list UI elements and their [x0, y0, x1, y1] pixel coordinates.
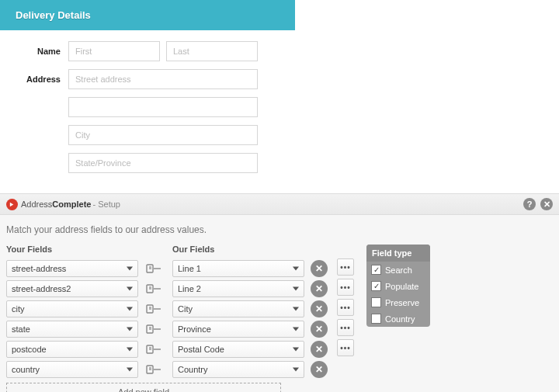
- chevron-down-icon: [293, 368, 299, 372]
- brand-text: AddressComplete: [21, 199, 91, 209]
- fieldtype-option-label: Country: [385, 314, 415, 324]
- row-more-button[interactable]: •••: [337, 319, 354, 336]
- fieldtype-option-label: Search: [385, 265, 412, 275]
- row-more-button[interactable]: •••: [337, 279, 354, 296]
- our-field-select[interactable]: Country: [172, 361, 304, 378]
- your-field-value: state: [12, 324, 30, 334]
- our-field-value: Line 1: [178, 264, 201, 273]
- our-fields-header: Our Fields: [172, 245, 304, 255]
- delete-row-button[interactable]: ✕: [311, 300, 328, 317]
- fieldtype-option-label: Preserve: [385, 298, 419, 307]
- chevron-down-icon: [293, 287, 299, 291]
- brand-icon: [6, 199, 18, 210]
- row-more-button[interactable]: •••: [337, 299, 354, 316]
- your-field-value: country: [12, 365, 40, 374]
- street-address2-input[interactable]: [68, 97, 258, 117]
- row-more-button[interactable]: •••: [337, 258, 354, 276]
- your-field-select[interactable]: city: [6, 300, 138, 317]
- checkbox-icon: [371, 297, 381, 307]
- your-field-select[interactable]: state: [6, 321, 138, 338]
- close-icon[interactable]: ✕: [540, 198, 553, 210]
- our-field-value: Country: [178, 365, 208, 374]
- fieldtype-option[interactable]: Country: [366, 310, 430, 327]
- last-name-input[interactable]: [166, 41, 258, 61]
- chevron-down-icon: [293, 307, 299, 311]
- delete-row-button[interactable]: ✕: [311, 280, 328, 297]
- chevron-down-icon: [127, 287, 133, 291]
- our-field-select[interactable]: Postal Code: [172, 341, 304, 358]
- mapping-direction-icon: [144, 361, 166, 378]
- state-input[interactable]: [68, 153, 258, 173]
- our-field-value: Province: [178, 324, 211, 334]
- street-address-input[interactable]: [68, 69, 258, 89]
- your-field-select[interactable]: postcode: [6, 341, 138, 358]
- mapping-direction-icon: [144, 341, 166, 358]
- chevron-down-icon: [127, 348, 133, 352]
- our-field-select[interactable]: Line 2: [172, 280, 304, 297]
- chevron-down-icon: [127, 307, 133, 311]
- address-label: Address: [16, 75, 68, 84]
- our-field-select[interactable]: Line 1: [172, 260, 304, 277]
- delete-row-button[interactable]: ✕: [311, 341, 328, 358]
- city-input[interactable]: [68, 125, 258, 145]
- fieldtype-option[interactable]: Preserve: [366, 294, 430, 310]
- our-field-value: Postal Code: [178, 345, 224, 354]
- delete-row-button[interactable]: ✕: [311, 260, 328, 277]
- checkbox-icon: [371, 314, 381, 324]
- mapping-direction-icon: [144, 260, 166, 277]
- chevron-down-icon: [293, 267, 299, 271]
- mapping-direction-icon: [144, 300, 166, 317]
- form-title: Delivery Details: [0, 0, 295, 30]
- delete-row-button[interactable]: ✕: [311, 361, 328, 378]
- chevron-down-icon: [293, 328, 299, 331]
- chevron-down-icon: [127, 267, 133, 271]
- chevron-down-icon: [293, 348, 299, 352]
- fieldtype-option-label: Populate: [385, 282, 418, 291]
- fieldtype-title: Field type: [366, 245, 430, 262]
- setup-toolbar: AddressComplete - Setup ? ✕: [0, 193, 559, 215]
- our-field-value: Line 2: [178, 284, 201, 293]
- your-field-select[interactable]: country: [6, 361, 138, 378]
- fieldtype-option[interactable]: ✓Populate: [366, 278, 430, 294]
- your-field-value: postcode: [12, 345, 47, 354]
- mapping-direction-icon: [144, 321, 166, 338]
- checkbox-icon: ✓: [371, 281, 381, 291]
- first-name-input[interactable]: [68, 41, 160, 61]
- your-field-value: city: [12, 304, 25, 314]
- our-field-value: City: [178, 304, 193, 314]
- delete-row-button[interactable]: ✕: [311, 321, 328, 338]
- row-more-button[interactable]: •••: [337, 339, 354, 356]
- your-field-select[interactable]: street-address2: [6, 280, 138, 297]
- chevron-down-icon: [127, 328, 133, 331]
- add-new-field-button[interactable]: Add new field: [6, 383, 281, 392]
- checkbox-icon: ✓: [371, 265, 381, 275]
- mapping-direction-icon: [144, 280, 166, 297]
- fieldtype-panel: Field type ✓Search✓PopulatePreserveCount…: [366, 245, 430, 327]
- fieldtype-option[interactable]: ✓Search: [366, 262, 430, 278]
- your-field-value: street-address2: [12, 284, 71, 293]
- chevron-down-icon: [127, 368, 133, 372]
- setup-intro: Match your address fields to our address…: [6, 224, 553, 235]
- name-label: Name: [16, 47, 68, 56]
- setup-suffix: - Setup: [92, 199, 120, 209]
- help-icon[interactable]: ?: [523, 198, 536, 210]
- our-field-select[interactable]: City: [172, 300, 304, 317]
- your-field-select[interactable]: street-address: [6, 260, 138, 277]
- our-field-select[interactable]: Province: [172, 321, 304, 338]
- your-fields-header: Your Fields: [6, 245, 138, 255]
- your-field-value: street-address: [12, 264, 66, 273]
